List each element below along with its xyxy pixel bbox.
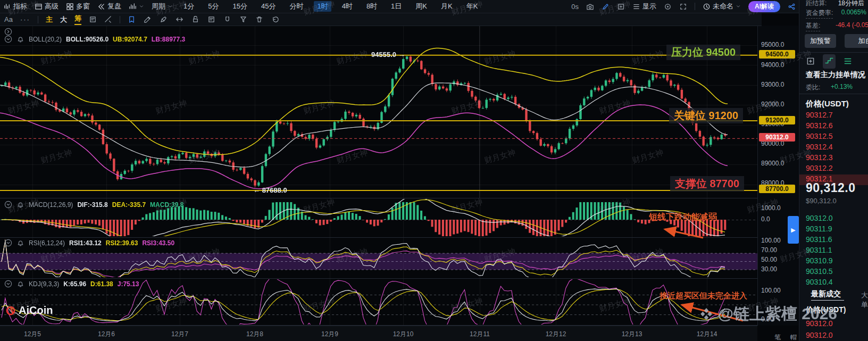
multi-window-button[interactable]: 多窗: [66, 2, 90, 11]
crosshair-button[interactable]: [664, 3, 672, 11]
chevron-down-circle-icon[interactable]: [4, 239, 12, 247]
timeframe-1时[interactable]: 1时: [314, 1, 331, 12]
timeframe-年K[interactable]: 年K: [463, 1, 481, 12]
kdj-axis-label: 0.00: [761, 315, 773, 323]
add-window-button[interactable]: [617, 3, 625, 11]
timeframe-1分[interactable]: 1分: [180, 1, 197, 12]
timeframe-分时[interactable]: 分时: [286, 1, 306, 12]
chevron-down-circle-icon[interactable]: [4, 280, 12, 288]
macd-axis-label: 0.0: [761, 215, 770, 223]
indicator-button[interactable]: 指标: [3, 2, 27, 11]
timeframe-45分[interactable]: 45分: [258, 1, 279, 12]
chevron-down-circle-icon[interactable]: [4, 35, 12, 43]
tab-latest-trades[interactable]: 最新成交: [811, 289, 841, 299]
date-label: 12月10: [393, 330, 414, 339]
timeframe-8时[interactable]: 8时: [363, 1, 380, 12]
mode-main-button[interactable]: 主: [46, 15, 53, 24]
volume-profile-button[interactable]: [129, 3, 144, 11]
rsi-axis-label: 30.00: [761, 265, 777, 273]
pen-button[interactable]: [160, 15, 168, 23]
price-axis[interactable]: 95000.094000.093000.092000.091000.090000…: [757, 26, 798, 326]
note-edit-button[interactable]: [89, 15, 97, 23]
bid-row[interactable]: 90311.9: [806, 223, 832, 234]
lock-button[interactable]: [191, 15, 199, 23]
mode-large-button[interactable]: 大: [60, 15, 67, 24]
fullscreen-button[interactable]: [679, 3, 687, 11]
funding-rate-row: 资金费率:0.0065%: [806, 9, 868, 19]
main-orders-title[interactable]: 查看主力挂单情况: [806, 70, 865, 80]
rsi3-value: RSI3:43.50: [142, 239, 174, 247]
scroll-to-latest-button[interactable]: ▶: [788, 216, 799, 244]
bookmark-button[interactable]: [128, 15, 136, 23]
draw-button[interactable]: [602, 3, 610, 11]
add-window-icon: [617, 3, 625, 11]
alert-bell-icon[interactable]: [16, 239, 24, 247]
price-axis-label: 89000.0: [761, 160, 784, 167]
timeframe-15分[interactable]: 15分: [229, 1, 250, 12]
new-window-icon[interactable]: [806, 56, 815, 68]
share-button[interactable]: [788, 3, 796, 11]
drawing-toolbar: Aa ··· 主 大 筹: [0, 13, 762, 26]
magnet-button[interactable]: [223, 15, 231, 23]
ask-row[interactable]: 90312.6: [806, 120, 833, 131]
timeframe-周K[interactable]: 周K: [412, 1, 430, 12]
timeframe-1日[interactable]: 1日: [388, 1, 405, 12]
ask-row[interactable]: 90312.5: [806, 131, 833, 142]
ask-row[interactable]: 90312.3: [806, 152, 833, 163]
trash-button[interactable]: [255, 15, 263, 23]
arrows-h-icon: [176, 15, 183, 23]
screenshot-button[interactable]: [586, 3, 594, 11]
add-alert-button[interactable]: 加预警: [805, 34, 836, 48]
level-price-tag: 94500.0: [759, 50, 795, 59]
expand-icon: [679, 3, 687, 11]
arrows-h-button[interactable]: [176, 15, 183, 23]
tab-large-orders[interactable]: 大单: [861, 290, 868, 310]
depth-chart-icon[interactable]: [823, 54, 836, 69]
font-size-button[interactable]: Aa: [4, 15, 13, 23]
ask-row[interactable]: 90312.7: [806, 110, 833, 120]
bid-row[interactable]: 90312.0: [806, 213, 833, 223]
bid-row[interactable]: 90311.6: [806, 234, 832, 245]
timeframe-4时[interactable]: 4时: [339, 1, 356, 12]
bid-row[interactable]: 90310.5: [806, 266, 833, 277]
alert-bell-icon[interactable]: [16, 201, 24, 209]
bid-row[interactable]: 90311.1: [806, 245, 832, 255]
layout-dropdown[interactable]: 未命名: [703, 2, 741, 11]
alert-bell-icon[interactable]: [16, 280, 24, 288]
tag-pencil-button[interactable]: [144, 15, 152, 23]
panel-expand-control[interactable]: [4, 28, 12, 36]
volume-candles-icon: [129, 3, 137, 11]
ask-row[interactable]: 90312.4: [806, 142, 833, 152]
rsi1-value: RSI1:43.12: [69, 239, 102, 247]
undo-button[interactable]: [271, 15, 279, 23]
alert-bell-icon[interactable]: [16, 35, 24, 43]
timeframe-月K[interactable]: 月K: [438, 1, 456, 12]
trend-line-button[interactable]: [104, 15, 112, 23]
add-favorite-button[interactable]: 加自选: [845, 34, 868, 48]
date-label: 12月6: [98, 330, 115, 339]
advanced-button[interactable]: 高级: [35, 2, 59, 11]
left-arrow-icon: ←: [253, 186, 260, 194]
timeframe-5分[interactable]: 5分: [205, 1, 222, 12]
period-dropdown[interactable]: 周期: [152, 2, 173, 11]
note-edit-button[interactable]: [207, 15, 215, 23]
trading-terminal: 指标高级多窗复盘周期1分5分15分45分分时1时4时8时1日周K月K年K 0s显…: [0, 0, 868, 341]
mode-chips-button[interactable]: 筹: [74, 14, 81, 25]
time-axis[interactable]: 12月512月612月712月812月912月1012月1112月1212月13…: [0, 326, 757, 341]
order-list-icon[interactable]: [843, 56, 853, 68]
replay-button[interactable]: 复盘: [97, 2, 121, 11]
clock-icon: [703, 3, 711, 11]
more-button[interactable]: ···: [20, 15, 30, 23]
ask-row[interactable]: 90312.2: [806, 163, 833, 173]
chevron-right-circle-icon[interactable]: [4, 28, 12, 36]
macd-hist-value: MACD:39.8: [150, 201, 183, 209]
chevron-down-circle-icon[interactable]: [4, 201, 12, 209]
top-toolbar: 指标高级多窗复盘周期1分5分15分45分分时1时4时8时1日周K月K年K 0s显…: [0, 0, 799, 13]
ai-analysis-button[interactable]: AI解读: [748, 1, 780, 12]
boll-mid-value: BOLL:90526.0: [66, 36, 108, 43]
bid-row[interactable]: 90310.4: [806, 277, 833, 287]
display-settings-button[interactable]: 显示: [632, 2, 656, 11]
bid-row[interactable]: 90310.9: [806, 255, 833, 266]
kdj-axis-label: 100.00: [761, 287, 781, 294]
filter-button[interactable]: [239, 15, 247, 23]
